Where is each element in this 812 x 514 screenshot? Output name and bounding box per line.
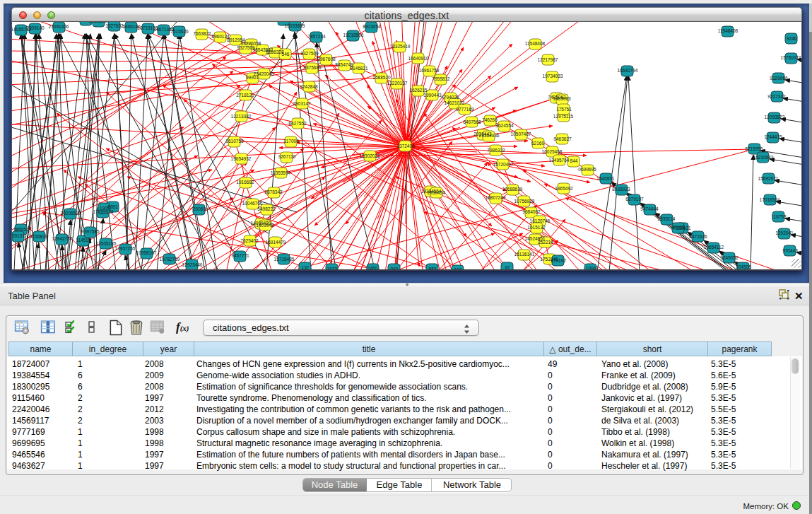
svg-text:15720407: 15720407: [493, 162, 514, 167]
svg-text:12942757: 12942757: [52, 236, 73, 241]
svg-text:2718120: 2718120: [236, 93, 254, 98]
svg-text:1905: 1905: [100, 206, 110, 211]
svg-text:7986322: 7986322: [487, 148, 505, 153]
svg-text:9463627: 9463627: [553, 136, 572, 141]
svg-text:3624554: 3624554: [495, 123, 514, 128]
svg-text:10958107: 10958107: [136, 250, 157, 255]
svg-text:1292041: 1292041: [775, 230, 794, 235]
svg-text:1610755: 1610755: [225, 139, 244, 144]
svg-text:12217987: 12217987: [538, 57, 558, 62]
svg-text:9777169: 9777169: [456, 107, 474, 112]
svg-text:6497568: 6497568: [463, 119, 481, 124]
svg-text:9242848: 9242848: [300, 84, 318, 89]
svg-text:5498222: 5498222: [257, 206, 276, 211]
svg-text:9327509: 9327509: [300, 51, 319, 56]
svg-text:17016504: 17016504: [760, 197, 780, 202]
svg-text:97: 97: [505, 265, 510, 270]
svg-text:7515526: 7515526: [170, 29, 189, 34]
svg-text:17957255: 17957255: [115, 246, 136, 251]
svg-text:20206528: 20206528: [61, 211, 81, 216]
svg-text:16640910: 16640910: [408, 56, 429, 61]
svg-text:10025458: 10025458: [542, 149, 563, 154]
svg-text:1990443: 1990443: [423, 93, 442, 98]
svg-text:8471626: 8471626: [689, 234, 707, 239]
svg-text:39151: 39151: [12, 233, 25, 238]
svg-text:546: 546: [282, 52, 290, 57]
svg-text:11353594: 11353594: [271, 170, 291, 175]
svg-text:6879197: 6879197: [625, 197, 644, 201]
svg-text:1626215: 1626215: [409, 88, 428, 93]
svg-text:9227342: 9227342: [767, 94, 786, 99]
svg-text:317006: 317006: [283, 139, 299, 144]
svg-text:9329966: 9329966: [770, 76, 788, 81]
svg-text:2803147: 2803147: [293, 101, 311, 106]
svg-text:12975115: 12975115: [553, 114, 574, 119]
svg-text:1409948: 1409948: [256, 223, 274, 228]
svg-text:746266: 746266: [482, 117, 498, 122]
svg-text:99901: 99901: [246, 75, 259, 80]
svg-text:1485083: 1485083: [553, 96, 571, 101]
svg-text:12923446: 12923446: [182, 262, 203, 267]
svg-text:879192: 879192: [551, 258, 566, 263]
svg-text:11548408: 11548408: [718, 28, 739, 33]
svg-text:8938923: 8938923: [612, 187, 630, 192]
svg-text:252214: 252214: [538, 240, 553, 245]
svg-text:114519: 114519: [76, 238, 91, 243]
svg-text:26069: 26069: [193, 206, 206, 211]
svg-text:3267110: 3267110: [278, 154, 296, 159]
svg-text:16914479: 16914479: [266, 240, 286, 245]
svg-text:16961758: 16961758: [419, 68, 440, 73]
svg-text:1372406: 1372406: [396, 144, 415, 148]
svg-text:5878342: 5878342: [264, 189, 283, 194]
svg-text:7625402: 7625402: [240, 238, 259, 243]
svg-text:116753: 116753: [771, 214, 787, 219]
svg-text:137: 137: [302, 265, 310, 270]
svg-text:62160: 62160: [531, 141, 544, 146]
svg-text:883: 883: [429, 267, 437, 271]
svg-text:9474444: 9474444: [640, 206, 659, 211]
svg-text:9457771: 9457771: [231, 253, 249, 258]
svg-text:10507487: 10507487: [511, 132, 531, 136]
svg-text:2967608: 2967608: [317, 57, 336, 62]
svg-text:10688639: 10688639: [502, 187, 523, 192]
svg-text:1615132: 1615132: [527, 225, 546, 230]
svg-text:844: 844: [570, 158, 578, 163]
svg-text:15751074: 15751074: [781, 55, 801, 60]
svg-text:924505: 924505: [736, 264, 751, 269]
svg-text:16210643: 16210643: [753, 155, 774, 160]
svg-text:8215955: 8215955: [745, 146, 763, 151]
svg-text:16642794: 16642794: [618, 68, 638, 73]
svg-text:12213382: 12213382: [231, 114, 252, 119]
svg-text:1916682: 1916682: [236, 180, 254, 185]
svg-text:1073: 1073: [327, 267, 338, 271]
svg-text:092: 092: [391, 267, 399, 271]
svg-text:9684067: 9684067: [522, 209, 541, 214]
svg-text:2450: 2450: [367, 266, 378, 271]
svg-text:7955812: 7955812: [432, 76, 450, 81]
svg-text:14621072: 14621072: [445, 100, 465, 105]
svg-text:10654112: 10654112: [704, 245, 724, 250]
svg-text:9146821: 9146821: [350, 66, 368, 71]
svg-text:2935114: 2935114: [658, 216, 676, 221]
svg-text:9245052: 9245052: [720, 255, 739, 260]
svg-text:12505185: 12505185: [96, 241, 117, 246]
svg-text:2309140: 2309140: [26, 25, 45, 30]
svg-text:15692971: 15692971: [758, 176, 779, 181]
svg-text:23364436: 23364436: [479, 133, 500, 138]
svg-text:1004: 1004: [586, 266, 596, 271]
svg-text:12093822: 12093822: [765, 115, 785, 119]
svg-text:16782759: 16782759: [160, 257, 180, 262]
svg-text:15136141: 15136141: [514, 252, 535, 257]
svg-text:9246: 9246: [787, 36, 797, 41]
svg-text:19734933: 19734933: [543, 74, 563, 78]
svg-text:19654932: 19654932: [231, 156, 252, 161]
svg-text:23091406: 23091406: [49, 24, 69, 29]
svg-text:15716485: 15716485: [274, 257, 295, 262]
svg-text:10756928: 10756928: [514, 199, 535, 204]
svg-text:8375685: 8375685: [303, 65, 322, 70]
svg-text:0699695: 0699695: [578, 167, 596, 172]
svg-text:13220137: 13220137: [387, 81, 408, 86]
svg-text:87968: 87968: [672, 225, 685, 230]
svg-text:1588520: 1588520: [372, 75, 391, 80]
svg-text:7857234: 7857234: [307, 34, 326, 39]
